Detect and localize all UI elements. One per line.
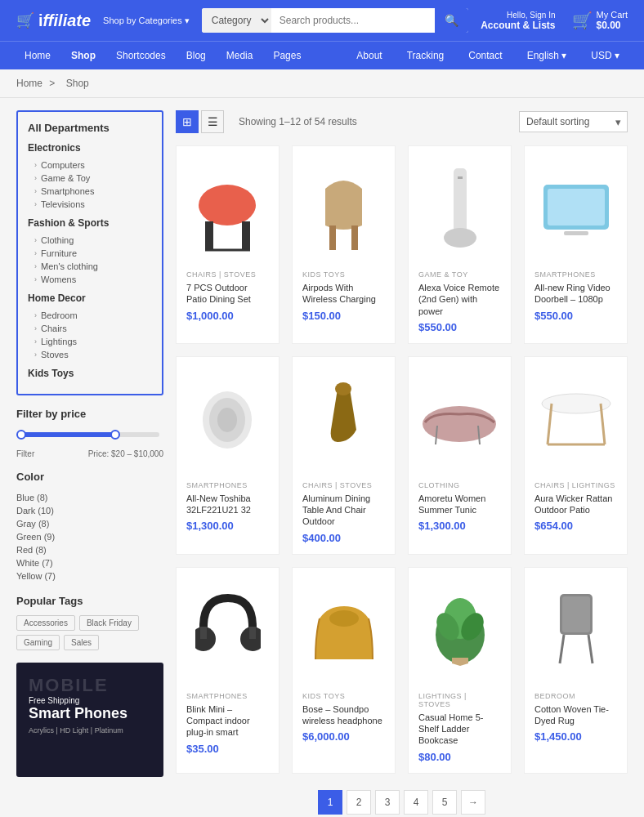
tag-sales[interactable]: Sales bbox=[64, 635, 99, 650]
product-category: KIDS TOYS bbox=[302, 692, 385, 700]
product-image bbox=[534, 578, 617, 684]
product-card[interactable]: CLOTHING Amoretu Women Summer Tunic $1,3… bbox=[408, 356, 512, 555]
nav-language[interactable]: English ▾ bbox=[519, 42, 575, 69]
subcat-clothing[interactable]: ›Clothing bbox=[28, 234, 152, 247]
category-kids-toys[interactable]: Kids Toys bbox=[28, 368, 152, 379]
page-4-button[interactable]: 4 bbox=[404, 790, 428, 815]
account-info[interactable]: Hello, Sign In Account & Lists bbox=[481, 11, 555, 31]
svg-rect-10 bbox=[548, 189, 605, 225]
product-card[interactable]: SMARTPHONES All-New Toshiba 32LF221U21 3… bbox=[176, 356, 280, 555]
product-card[interactable]: CHAIRS | STOVES Aluminum Dining Table An… bbox=[292, 356, 396, 555]
banner-mobile-text: MOBILE bbox=[29, 675, 151, 696]
price-handle-min[interactable] bbox=[16, 430, 26, 440]
shop-by-label: Shop by Categories bbox=[103, 16, 182, 25]
hello-text: Hello, Sign In bbox=[481, 11, 555, 20]
subcat-lightings[interactable]: ›Lightings bbox=[28, 335, 152, 348]
promo-banner[interactable]: MOBILE Free Shipping Smart Phones Acryli… bbox=[16, 663, 163, 777]
cart[interactable]: 🛒 My Cart $0.00 bbox=[572, 10, 628, 31]
nav-shop[interactable]: Shop bbox=[63, 42, 104, 69]
subcat-mens[interactable]: ›Men's clothing bbox=[28, 260, 152, 273]
subcat-game-toy[interactable]: ›Game & Toy bbox=[28, 172, 152, 185]
color-yellow[interactable]: Yellow (7) bbox=[16, 569, 163, 583]
svg-line-35 bbox=[560, 635, 564, 663]
page-3-button[interactable]: 3 bbox=[375, 790, 400, 815]
nav-currency[interactable]: USD ▾ bbox=[583, 42, 628, 69]
svg-point-14 bbox=[217, 408, 237, 432]
sort-select[interactable]: Default sorting Price: Low to High Price… bbox=[519, 111, 628, 132]
search-input[interactable] bbox=[271, 9, 435, 32]
pagination: 1 2 3 4 5 → bbox=[176, 790, 628, 815]
product-name: Cotton Woven Tie-Dyed Rug bbox=[534, 703, 617, 727]
breadcrumb: Home > Shop bbox=[0, 69, 644, 98]
product-card[interactable]: LIGHTINGS | STOVES Casual Home 5-Shelf L… bbox=[408, 567, 512, 774]
price-slider[interactable] bbox=[20, 432, 159, 437]
subcat-smartphones[interactable]: ›Smartphones bbox=[28, 185, 152, 198]
page-5-button[interactable]: 5 bbox=[432, 790, 457, 815]
product-card[interactable]: CHAIRS | LIGHTINGS Aura Wicker Rattan Ou… bbox=[524, 356, 628, 555]
product-name: Amoretu Women Summer Tunic bbox=[418, 493, 501, 516]
tag-accessories[interactable]: Accessories bbox=[16, 615, 75, 631]
tag-black-friday[interactable]: Black Friday bbox=[79, 615, 139, 631]
color-blue[interactable]: Blue (8) bbox=[16, 491, 163, 504]
product-card[interactable]: KIDS TOYS Airpods With Wireless Charging… bbox=[292, 145, 396, 344]
product-card[interactable]: CHAIRS | STOVES 7 PCS Outdoor Patio Dini… bbox=[176, 145, 280, 344]
page-1-button[interactable]: 1 bbox=[318, 790, 342, 815]
category-fashion[interactable]: Fashion & Sports bbox=[28, 217, 152, 229]
shop-by-categories[interactable]: Shop by Categories ▾ bbox=[103, 16, 190, 26]
nav-tracking[interactable]: Tracking bbox=[399, 42, 453, 69]
category-electronics[interactable]: Electronics bbox=[28, 142, 152, 154]
subcat-televisions[interactable]: ›Televisions bbox=[28, 198, 152, 211]
subcat-computers[interactable]: ›Computers bbox=[28, 158, 152, 172]
list-view-button[interactable]: ☰ bbox=[201, 110, 224, 133]
category-home-decor[interactable]: Home Decor bbox=[28, 292, 152, 304]
arrow-icon: › bbox=[34, 350, 37, 359]
color-white[interactable]: White (7) bbox=[16, 556, 163, 569]
product-price: $400.00 bbox=[302, 532, 385, 544]
price-handle-max[interactable] bbox=[110, 430, 120, 440]
product-card[interactable]: GAME & TOY Alexa Voice Remote (2nd Gen) … bbox=[408, 145, 512, 344]
nav-shortcodes[interactable]: Shortcodes bbox=[108, 42, 174, 69]
arrow-icon: › bbox=[34, 187, 37, 195]
arrow-icon: › bbox=[34, 262, 37, 270]
color-dark[interactable]: Dark (10) bbox=[16, 504, 163, 517]
grid-view-button[interactable]: ⊞ bbox=[176, 110, 199, 133]
arrow-icon: › bbox=[34, 337, 37, 346]
nav-about[interactable]: About bbox=[348, 42, 390, 69]
nav-media[interactable]: Media bbox=[218, 42, 262, 69]
product-category: SMARTPHONES bbox=[186, 481, 269, 489]
nav-blog[interactable]: Blog bbox=[178, 42, 214, 69]
category-select[interactable]: Category bbox=[202, 8, 271, 33]
breadcrumb-home[interactable]: Home bbox=[16, 78, 42, 89]
product-card[interactable]: KIDS TOYS Bose – Soundpo wireless headph… bbox=[292, 567, 396, 774]
product-card[interactable]: SMARTPHONES Blink Mini – Compact indoor … bbox=[176, 567, 280, 774]
arrow-icon: › bbox=[34, 324, 37, 333]
tag-gaming[interactable]: Gaming bbox=[16, 635, 60, 650]
subcat-stoves[interactable]: ›Stoves bbox=[28, 348, 152, 361]
price-info: Filter Price: $20 – $10,000 bbox=[16, 449, 163, 458]
arrow-icon: › bbox=[34, 249, 37, 257]
svg-rect-34 bbox=[562, 596, 590, 632]
subcat-furniture[interactable]: ›Furniture bbox=[28, 247, 152, 260]
product-card[interactable]: BEDROOM Cotton Woven Tie-Dyed Rug $1,450… bbox=[524, 567, 628, 774]
nav-pages[interactable]: Pages bbox=[265, 42, 309, 69]
subcat-bedroom[interactable]: ›Bedroom bbox=[28, 309, 152, 322]
color-gray[interactable]: Gray (8) bbox=[16, 517, 163, 530]
search-button[interactable]: 🔍 bbox=[435, 8, 468, 33]
svg-rect-4 bbox=[329, 225, 336, 250]
product-card[interactable]: SMARTPHONES All-new Ring Video Doorbell … bbox=[524, 145, 628, 344]
logo[interactable]: 🛒 iffiliate bbox=[16, 11, 91, 30]
subcat-womens[interactable]: ›Womens bbox=[28, 273, 152, 286]
page-next-button[interactable]: → bbox=[461, 790, 485, 815]
nav-contact[interactable]: Contact bbox=[460, 42, 510, 69]
subcat-chairs[interactable]: ›Chairs bbox=[28, 322, 152, 335]
product-image bbox=[186, 578, 269, 684]
product-price: $1,300.00 bbox=[186, 520, 269, 532]
nav-left: Home Shop Shortcodes Blog Media Pages bbox=[16, 42, 309, 69]
color-red[interactable]: Red (8) bbox=[16, 543, 163, 556]
color-green[interactable]: Green (9) bbox=[16, 530, 163, 543]
filter-label[interactable]: Filter bbox=[16, 449, 34, 458]
product-name: 7 PCS Outdoor Patio Dining Set bbox=[186, 282, 269, 306]
nav-home[interactable]: Home bbox=[16, 42, 59, 69]
arrow-icon: › bbox=[34, 275, 37, 283]
page-2-button[interactable]: 2 bbox=[347, 790, 371, 815]
